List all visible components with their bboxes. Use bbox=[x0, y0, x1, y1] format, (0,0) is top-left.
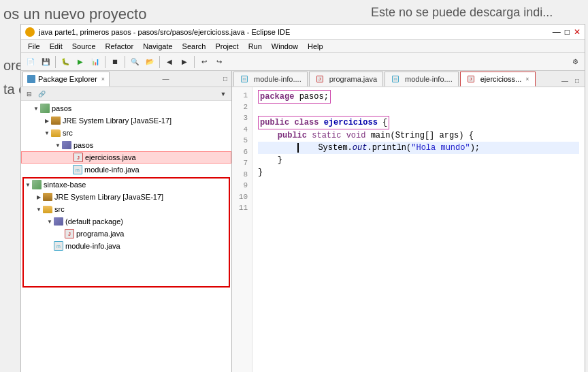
tree-item-module-pasos[interactable]: ▶ m module-info.java bbox=[21, 164, 231, 176]
save-btn[interactable]: 💾 bbox=[39, 55, 52, 69]
toggle-src-sintaxe[interactable]: ▼ bbox=[35, 205, 43, 213]
sintaxe-base-section: ▼ sintaxe-base ▶ JRE System Library [Jav… bbox=[22, 177, 230, 288]
explorer-maximize[interactable]: □ bbox=[220, 75, 230, 82]
menu-edit[interactable]: Edit bbox=[46, 42, 67, 51]
file-label-module-pasos: module-info.java bbox=[84, 166, 140, 174]
tree-item-ejercicioss[interactable]: ▶ J ejercicioss.java bbox=[21, 151, 231, 164]
toggle-jre-sintaxe[interactable]: ▶ bbox=[35, 193, 43, 201]
eclipse-icon bbox=[25, 27, 35, 37]
menu-navigate[interactable]: Navigate bbox=[139, 42, 176, 51]
tree-item-jre-pasos[interactable]: ▶ JRE System Library [JavaSE-17] bbox=[21, 114, 231, 127]
tree-item-programa[interactable]: ▶ J programa.java bbox=[24, 228, 229, 240]
tree-item-sintaxe-base[interactable]: ▼ sintaxe-base bbox=[24, 179, 229, 191]
toolbar: 📄 💾 🐛 ▶ 📊 ⏹ 🔍 📂 ◀ ▶ ↩ ↪ ⚙ bbox=[21, 53, 585, 71]
coverage-btn[interactable]: 📊 bbox=[88, 55, 102, 69]
code-line-4: public static void main(String[] args) { bbox=[258, 129, 579, 142]
explorer-tab-bar: Package Explorer × — □ bbox=[21, 71, 231, 87]
editor-maximize[interactable]: □ bbox=[571, 74, 583, 87]
toggle-pasos[interactable]: ▼ bbox=[32, 104, 40, 112]
editor-panel: m module-info.... J programa.java m modu… bbox=[232, 71, 585, 372]
code-line-6: } bbox=[258, 154, 579, 166]
menu-window[interactable]: Window bbox=[267, 42, 302, 51]
menu-run[interactable]: Run bbox=[244, 42, 266, 51]
link-with-editor-btn[interactable]: 🔗 bbox=[36, 89, 47, 99]
tree-item-src-pasos[interactable]: ▼ src bbox=[21, 127, 231, 139]
tree-item-pkg-pasos[interactable]: ▼ pasos bbox=[21, 139, 231, 151]
toggle-jre-pasos[interactable]: ▶ bbox=[43, 117, 51, 125]
module-tab-icon-2: m bbox=[391, 74, 400, 84]
explorer-minimize[interactable]: — bbox=[160, 75, 172, 82]
next-btn[interactable]: ▶ bbox=[178, 55, 191, 69]
tree-item-src-sintaxe[interactable]: ▼ src bbox=[24, 203, 229, 215]
toolbar-sep3 bbox=[125, 56, 125, 68]
toolbar-sep5 bbox=[194, 56, 195, 68]
explorer-tab[interactable]: Package Explorer × bbox=[22, 72, 110, 87]
bg-text-top-left: os un nuevo proyecto bbox=[3, 5, 146, 23]
code-line-3: public class ejercicioss { bbox=[258, 116, 579, 129]
view-menu-btn[interactable]: ▼ bbox=[218, 89, 229, 99]
explorer-tab-label: Package Explorer bbox=[38, 75, 97, 83]
folder-icon-src-pasos bbox=[51, 128, 61, 138]
line-num-1: 1 bbox=[236, 90, 248, 102]
new-btn[interactable]: 📄 bbox=[24, 55, 37, 69]
editor-tab-ejercicioss[interactable]: J ejercicioss... × bbox=[460, 72, 536, 87]
menu-project[interactable]: Project bbox=[211, 42, 242, 51]
maximize-window[interactable]: □ bbox=[565, 27, 570, 37]
project-icon-pasos bbox=[40, 104, 50, 113]
code-line-8 bbox=[258, 179, 579, 191]
explorer-tab-close[interactable]: × bbox=[101, 76, 105, 82]
menu-file[interactable]: File bbox=[24, 42, 44, 51]
debug-btn[interactable]: 🐛 bbox=[59, 55, 72, 69]
collapse-all-btn[interactable]: ⊟ bbox=[24, 89, 35, 99]
line-num-8: 8 bbox=[236, 169, 248, 181]
undo-btn[interactable]: ↩ bbox=[197, 55, 211, 69]
file-label-ejercicioss: ejercicioss.java bbox=[85, 153, 136, 161]
title-text: java parte1, primeros pasos - pasos/src/… bbox=[39, 28, 290, 36]
redo-btn[interactable]: ↪ bbox=[212, 55, 226, 69]
minimize-window[interactable]: — bbox=[553, 27, 561, 37]
project-icon-sintaxe-base bbox=[32, 180, 42, 189]
line-num-7: 7 bbox=[236, 157, 248, 169]
tree-item-module-sintaxe[interactable]: ▶ m module-info.java bbox=[24, 240, 229, 252]
tree-item-jre-sintaxe[interactable]: ▶ JRE System Library [JavaSE-17] bbox=[24, 191, 229, 203]
line-num-3: 3 bbox=[236, 112, 248, 124]
code-area[interactable]: package pasos; public class ejercicioss … bbox=[252, 87, 585, 372]
menu-search[interactable]: Search bbox=[178, 42, 210, 51]
toggle-default-pkg[interactable]: ▼ bbox=[46, 217, 54, 226]
editor-tab-close-active[interactable]: × bbox=[525, 76, 529, 82]
prev-btn[interactable]: ◀ bbox=[163, 55, 176, 69]
editor-tab-module-info-2[interactable]: m module-info.... bbox=[385, 72, 459, 87]
line-num-9: 9 bbox=[236, 180, 248, 191]
code-line-1: package pasos; bbox=[258, 90, 579, 104]
editor-minimize[interactable]: — bbox=[559, 74, 571, 87]
code-line-9 bbox=[258, 191, 579, 203]
close-window[interactable]: ✕ bbox=[574, 27, 581, 37]
module-icon-sintaxe: m bbox=[54, 241, 63, 251]
project-label-pasos: pasos bbox=[52, 104, 71, 112]
explorer-toolbar: ⊟ 🔗 ▼ bbox=[21, 87, 231, 101]
menu-refactor[interactable]: Refactor bbox=[101, 42, 138, 51]
perspective-btn[interactable]: ⚙ bbox=[568, 55, 582, 69]
file-label-programa: programa.java bbox=[76, 230, 124, 238]
code-line-7: } bbox=[258, 166, 579, 179]
jar-icon-jre-pasos bbox=[51, 116, 61, 125]
editor-tab-programa[interactable]: J programa.java bbox=[309, 72, 383, 87]
open-type-btn[interactable]: 🔍 bbox=[128, 55, 142, 69]
toggle-sintaxe-base[interactable]: ▼ bbox=[24, 181, 32, 189]
menu-help[interactable]: Help bbox=[304, 42, 327, 51]
menu-source[interactable]: Source bbox=[68, 42, 100, 51]
editor-tab-module-info-1[interactable]: m module-info.... bbox=[233, 72, 308, 87]
explorer-panel: Package Explorer × — □ ⊟ 🔗 ▼ ▼ bbox=[21, 71, 232, 372]
run-btn[interactable]: ▶ bbox=[74, 55, 87, 69]
explorer-tab-icon bbox=[27, 75, 35, 83]
jar-icon-jre-sintaxe bbox=[43, 192, 52, 202]
tree-item-pasos[interactable]: ▼ pasos bbox=[21, 102, 231, 114]
src-label-pasos: src bbox=[63, 129, 73, 137]
toggle-pkg-pasos[interactable]: ▼ bbox=[54, 141, 62, 149]
open-resource-btn[interactable]: 📂 bbox=[143, 55, 157, 69]
jre-label-pasos: JRE System Library [JavaSE-17] bbox=[63, 117, 172, 125]
tree-item-default-pkg[interactable]: ▼ (default package) bbox=[24, 215, 229, 228]
stop-btn[interactable]: ⏹ bbox=[108, 55, 122, 69]
toolbar-sep4 bbox=[159, 56, 160, 68]
toggle-src-pasos[interactable]: ▼ bbox=[43, 129, 51, 137]
